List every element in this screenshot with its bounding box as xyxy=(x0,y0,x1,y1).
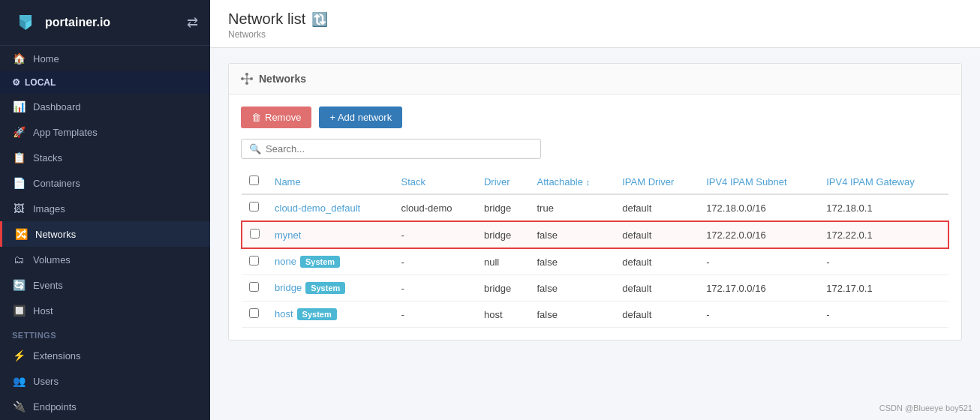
users-icon: 👥 xyxy=(12,375,26,387)
col-attachable[interactable]: Attachable ↕ xyxy=(529,170,615,194)
select-all-checkbox[interactable] xyxy=(249,176,259,185)
add-network-button[interactable]: + Add network xyxy=(319,106,402,128)
portainer-logo-icon xyxy=(12,9,39,36)
sidebar-dashboard-label: Dashboard xyxy=(33,101,81,112)
row-ipv4-subnet: 172.22.0.0/16 xyxy=(699,221,819,248)
sort-icon: ↕ xyxy=(586,178,591,187)
row-checkbox[interactable] xyxy=(249,308,259,318)
trash-icon: 🗑 xyxy=(251,112,261,123)
containers-icon: 📄 xyxy=(12,177,26,189)
volumes-icon: 🗂 xyxy=(12,254,26,266)
home-icon: 🏠 xyxy=(12,52,26,64)
row-name[interactable]: noneSystem xyxy=(267,248,394,275)
col-name[interactable]: Name xyxy=(267,170,394,194)
col-driver-label: Driver xyxy=(484,176,510,188)
sidebar-item-events[interactable]: 🔄 Events xyxy=(0,272,210,298)
row-name[interactable]: hostSystem xyxy=(267,302,394,328)
system-badge: System xyxy=(297,308,337,320)
app-templates-icon: 🚀 xyxy=(12,126,26,138)
sidebar-item-dashboard[interactable]: 📊 Dashboard xyxy=(0,94,210,119)
events-icon: 🔄 xyxy=(12,279,26,291)
row-checkbox-cell xyxy=(242,275,267,302)
row-ipv4-gateway: - xyxy=(819,248,948,275)
row-checkbox-cell xyxy=(242,221,267,248)
table-row: noneSystem-nullfalsedefault-- xyxy=(242,248,948,275)
search-bar[interactable]: 🔍 xyxy=(241,139,541,159)
row-attachable: true xyxy=(529,194,615,221)
sidebar-item-home[interactable]: 🏠 Home xyxy=(0,46,210,71)
networks-table: Name Stack Driver Attachable ↕ xyxy=(241,170,949,328)
sidebar-stacks-label: Stacks xyxy=(33,152,62,164)
col-ipam-driver[interactable]: IPAM Driver xyxy=(615,170,699,194)
table-row: hostSystem-hostfalsedefault-- xyxy=(242,302,948,328)
remove-label: Remove xyxy=(265,112,301,123)
local-section: ⚙ LOCAL xyxy=(0,71,210,94)
row-ipv4-subnet: 172.18.0.0/16 xyxy=(699,194,819,221)
sidebar-item-users[interactable]: 👥 Users xyxy=(0,368,210,394)
col-stack[interactable]: Stack xyxy=(394,170,476,194)
sidebar-containers-label: Containers xyxy=(33,178,80,189)
remove-button[interactable]: 🗑 Remove xyxy=(241,106,311,128)
page-title-row: Network list 🔃 xyxy=(228,10,962,28)
row-stack: - xyxy=(394,302,476,328)
sidebar-item-networks[interactable]: 🔀 Networks xyxy=(0,221,210,247)
page-header: Network list 🔃 Networks xyxy=(210,0,980,48)
sidebar-home-label: Home xyxy=(33,53,59,64)
row-name[interactable]: cloud-demo_default xyxy=(267,194,394,221)
system-badge: System xyxy=(305,282,345,294)
row-checkbox-cell xyxy=(242,248,267,275)
row-name[interactable]: bridgeSystem xyxy=(267,275,394,302)
svg-point-4 xyxy=(241,77,244,80)
col-driver[interactable]: Driver xyxy=(476,170,530,194)
row-checkbox[interactable] xyxy=(249,256,259,266)
table-header: Name Stack Driver Attachable ↕ xyxy=(242,170,948,194)
row-checkbox-cell xyxy=(242,194,267,221)
sidebar-item-app-templates[interactable]: 🚀 App Templates xyxy=(0,119,210,145)
row-attachable: false xyxy=(529,275,615,302)
table-row: cloud-demo_defaultcloud-demobridgetruede… xyxy=(242,194,948,221)
svg-point-7 xyxy=(245,82,248,85)
sidebar-item-endpoints[interactable]: 🔌 Endpoints xyxy=(0,394,210,419)
row-name[interactable]: mynet xyxy=(267,221,394,248)
col-ipv4-subnet-label: IPV4 IPAM Subnet xyxy=(706,176,786,188)
sidebar-item-extensions[interactable]: ⚡ Extensions xyxy=(0,343,210,368)
logo-text: portainer.io xyxy=(45,16,110,29)
select-all-col xyxy=(242,170,267,194)
row-ipv4-gateway: 172.22.0.1 xyxy=(819,221,948,248)
sidebar-images-label: Images xyxy=(33,203,65,214)
table-body: cloud-demo_defaultcloud-demobridgetruede… xyxy=(242,194,948,328)
sidebar-item-images[interactable]: 🖼 Images xyxy=(0,196,210,221)
row-attachable: false xyxy=(529,221,615,248)
card-header: Networks xyxy=(229,64,961,94)
col-ipv4-gateway[interactable]: IPV4 IPAM Gateway xyxy=(819,170,948,194)
row-checkbox[interactable] xyxy=(249,202,259,212)
row-attachable: false xyxy=(529,302,615,328)
local-icon: ⚙ xyxy=(12,77,20,88)
sidebar-item-containers[interactable]: 📄 Containers xyxy=(0,170,210,196)
watermark: CSDN @Blueeye boy521 xyxy=(879,404,972,412)
refresh-icon[interactable]: 🔃 xyxy=(311,11,328,28)
row-driver: null xyxy=(476,248,530,275)
row-driver: bridge xyxy=(476,221,530,248)
row-checkbox[interactable] xyxy=(250,229,260,238)
row-ipv4-subnet: - xyxy=(699,248,819,275)
main-content: Network list 🔃 Networks Networks 🗑 Remov… xyxy=(210,0,980,420)
row-checkbox-cell xyxy=(242,302,267,328)
col-name-label: Name xyxy=(275,176,301,188)
sidebar-item-host[interactable]: 🔲 Host xyxy=(0,298,210,323)
sidebar-extensions-label: Extensions xyxy=(33,350,81,362)
col-ipv4-subnet[interactable]: IPV4 IPAM Subnet xyxy=(699,170,819,194)
sidebar-item-volumes[interactable]: 🗂 Volumes xyxy=(0,247,210,272)
content-area: Networks 🗑 Remove + Add network 🔍 xyxy=(210,48,980,356)
search-input[interactable] xyxy=(266,143,533,154)
sidebar-item-stacks[interactable]: 📋 Stacks xyxy=(0,145,210,170)
row-ipv4-gateway: 172.17.0.1 xyxy=(819,275,948,302)
switch-icon[interactable]: ⇄ xyxy=(187,14,198,31)
table-row: mynet-bridgefalsedefault172.22.0.0/16172… xyxy=(242,221,948,248)
row-stack: - xyxy=(394,221,476,248)
row-attachable: false xyxy=(529,248,615,275)
row-checkbox[interactable] xyxy=(249,282,259,292)
row-ipam-driver: default xyxy=(615,302,699,328)
endpoints-icon: 🔌 xyxy=(12,400,26,412)
sidebar: portainer.io ⇄ 🏠 Home ⚙ LOCAL 📊 Dashboar… xyxy=(0,0,210,420)
